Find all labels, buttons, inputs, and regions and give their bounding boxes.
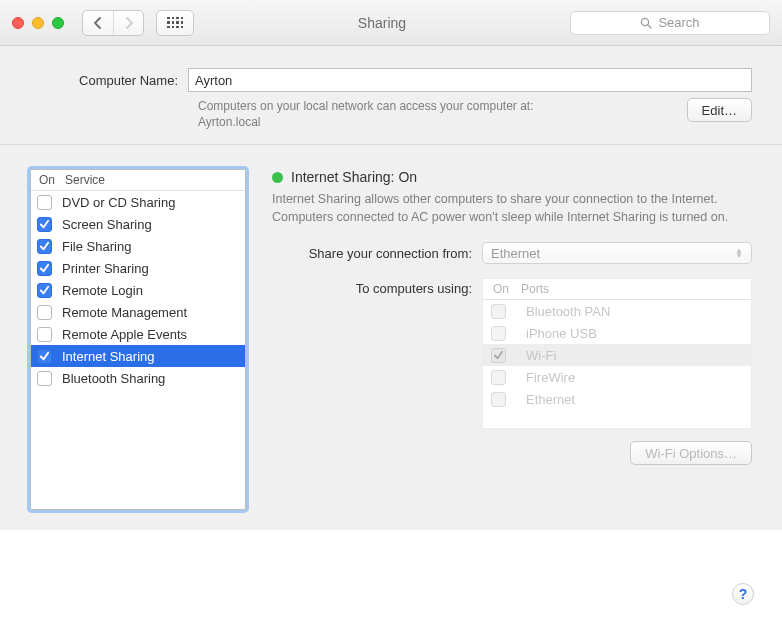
computer-name-label: Computer Name: (30, 73, 188, 88)
status-indicator-icon (272, 172, 283, 183)
port-checkbox[interactable] (491, 348, 506, 363)
service-checkbox[interactable] (37, 261, 52, 276)
services-col-service: Service (65, 170, 245, 190)
port-checkbox[interactable] (491, 392, 506, 407)
main-content: On Service DVD or CD SharingScreen Shari… (0, 145, 782, 530)
wifi-options-button[interactable]: Wi-Fi Options… (630, 441, 752, 465)
port-label: Ethernet (526, 392, 575, 407)
show-all-button[interactable] (156, 10, 194, 36)
port-label: iPhone USB (526, 326, 597, 341)
service-row[interactable]: Remote Management (31, 301, 245, 323)
port-label: FireWire (526, 370, 575, 385)
search-placeholder: Search (658, 15, 699, 30)
service-detail: Internet Sharing: On Internet Sharing al… (272, 169, 752, 465)
port-label: Wi-Fi (526, 348, 556, 363)
titlebar: Sharing Search (0, 0, 782, 46)
service-checkbox[interactable] (37, 371, 52, 386)
computer-name-hint: Computers on your local network can acce… (198, 98, 669, 130)
svg-point-0 (642, 18, 649, 25)
port-row[interactable]: Bluetooth PAN (483, 300, 751, 322)
port-row[interactable]: Ethernet (483, 388, 751, 410)
service-label: Remote Login (62, 283, 143, 298)
ports-col-on: On (483, 279, 521, 299)
traffic-lights (12, 17, 64, 29)
service-label: Remote Apple Events (62, 327, 187, 342)
services-header: On Service (31, 170, 245, 191)
close-window-button[interactable] (12, 17, 24, 29)
status-title: Internet Sharing: On (291, 169, 417, 185)
port-row[interactable]: Wi-Fi (483, 344, 751, 366)
service-row[interactable]: Remote Apple Events (31, 323, 245, 345)
service-row[interactable]: Printer Sharing (31, 257, 245, 279)
computer-name-field[interactable] (188, 68, 752, 92)
share-from-value: Ethernet (491, 246, 540, 261)
minimize-window-button[interactable] (32, 17, 44, 29)
port-checkbox[interactable] (491, 326, 506, 341)
chevron-left-icon (93, 17, 103, 29)
service-row[interactable]: File Sharing (31, 235, 245, 257)
service-description: Internet Sharing allows other computers … (272, 191, 752, 226)
service-label: Screen Sharing (62, 217, 152, 232)
port-row[interactable]: FireWire (483, 366, 751, 388)
service-row[interactable]: Remote Login (31, 279, 245, 301)
svg-line-1 (648, 25, 651, 28)
search-input[interactable]: Search (570, 11, 770, 35)
port-checkbox[interactable] (491, 370, 506, 385)
edit-hostname-button[interactable]: Edit… (687, 98, 752, 122)
search-icon (640, 17, 652, 29)
port-label: Bluetooth PAN (526, 304, 610, 319)
service-checkbox[interactable] (37, 195, 52, 210)
computer-name-section: Computer Name: Computers on your local n… (0, 46, 782, 145)
share-from-popup[interactable]: Ethernet ▲▼ (482, 242, 752, 264)
popup-chevrons-icon: ▲▼ (735, 248, 743, 258)
chevron-right-icon (124, 17, 134, 29)
service-checkbox[interactable] (37, 305, 52, 320)
grid-icon (167, 17, 183, 29)
service-row[interactable]: DVD or CD Sharing (31, 191, 245, 213)
service-row[interactable]: Internet Sharing (31, 345, 245, 367)
ports-header: On Ports (483, 279, 751, 300)
service-row[interactable]: Screen Sharing (31, 213, 245, 235)
service-label: Printer Sharing (62, 261, 149, 276)
service-label: DVD or CD Sharing (62, 195, 175, 210)
port-row[interactable]: iPhone USB (483, 322, 751, 344)
port-checkbox[interactable] (491, 304, 506, 319)
help-button[interactable]: ? (732, 583, 754, 605)
service-row[interactable]: Bluetooth Sharing (31, 367, 245, 389)
ports-list[interactable]: On Ports Bluetooth PANiPhone USBWi-FiFir… (482, 278, 752, 429)
service-checkbox[interactable] (37, 217, 52, 232)
back-button[interactable] (83, 11, 113, 35)
service-label: Internet Sharing (62, 349, 155, 364)
zoom-window-button[interactable] (52, 17, 64, 29)
to-using-label: To computers using: (272, 278, 482, 296)
services-list[interactable]: On Service DVD or CD SharingScreen Shari… (30, 169, 246, 510)
window-title: Sharing (202, 15, 562, 31)
share-from-label: Share your connection from: (272, 246, 482, 261)
nav-back-forward (82, 10, 144, 36)
service-checkbox[interactable] (37, 239, 52, 254)
service-label: File Sharing (62, 239, 131, 254)
forward-button[interactable] (113, 11, 143, 35)
services-col-on: On (31, 170, 65, 190)
service-label: Bluetooth Sharing (62, 371, 165, 386)
service-label: Remote Management (62, 305, 187, 320)
service-checkbox[interactable] (37, 349, 52, 364)
service-checkbox[interactable] (37, 283, 52, 298)
service-checkbox[interactable] (37, 327, 52, 342)
ports-col-ports: Ports (521, 279, 751, 299)
